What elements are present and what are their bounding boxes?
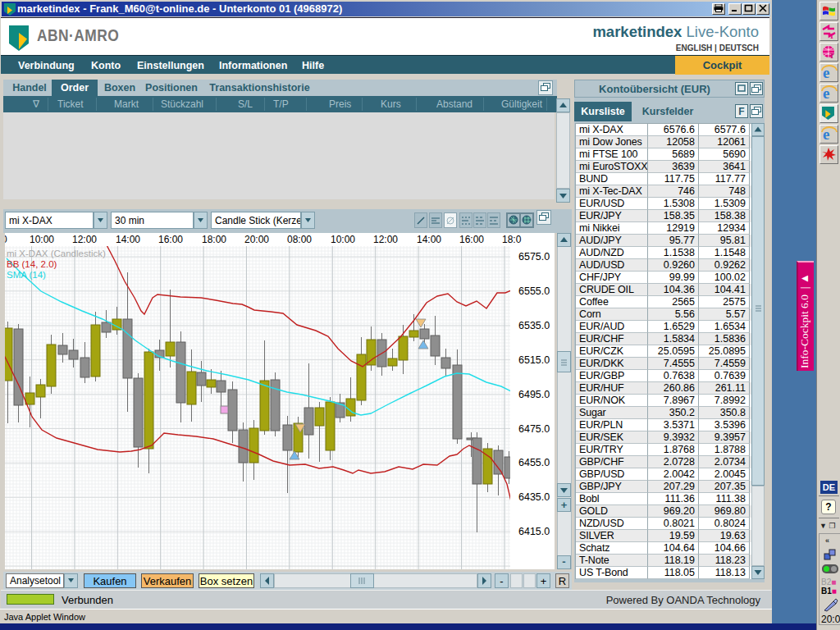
svg-text:SMA (14): SMA (14) [7,270,46,280]
svg-text:14:00: 14:00 [417,234,441,245]
svg-text:mi X-DAX (Candlestick): mi X-DAX (Candlestick) [7,249,106,258]
svg-text:10:00: 10:00 [30,234,54,245]
svg-text:6535.0: 6535.0 [518,320,550,331]
svg-text:6495.0: 6495.0 [518,389,550,400]
svg-text:6435.0: 6435.0 [518,491,550,503]
svg-text:6415.0: 6415.0 [518,526,550,537]
svg-text:18:0: 18:0 [502,234,522,245]
svg-text:12:00: 12:00 [373,234,398,245]
svg-text:6475.0: 6475.0 [518,423,550,435]
svg-text:08:00: 08:00 [287,234,312,245]
svg-text:6455.0: 6455.0 [518,457,550,468]
svg-text:6555.0: 6555.0 [518,285,550,297]
svg-text:BB (14, 2.0): BB (14, 2.0) [7,259,57,269]
svg-text:0: 0 [5,234,7,245]
svg-text:16:00: 16:00 [459,234,484,245]
svg-text:18:00: 18:00 [202,234,226,245]
svg-text:20:00: 20:00 [244,234,269,245]
svg-text:14:00: 14:00 [116,234,140,245]
svg-text:T: T [829,32,834,40]
svg-text:T: T [829,52,834,60]
svg-text:6515.0: 6515.0 [518,354,550,366]
svg-text:16:00: 16:00 [158,234,183,245]
svg-text:10:00: 10:00 [331,234,355,245]
svg-text:6575.0: 6575.0 [518,251,550,262]
svg-text:12:00: 12:00 [72,234,97,245]
